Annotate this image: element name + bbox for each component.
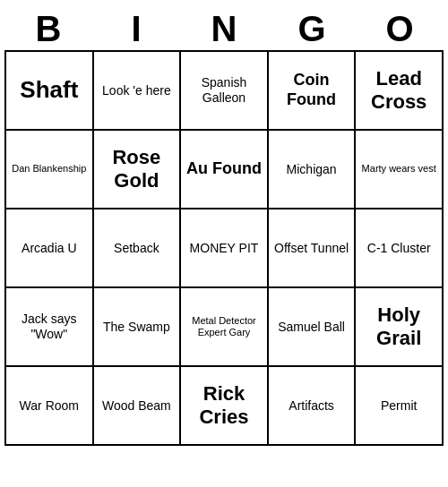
header-letter: B <box>4 7 92 50</box>
bingo-cell[interactable]: Au Found <box>181 131 269 209</box>
bingo-cell[interactable]: Offset Tunnel <box>269 209 357 288</box>
cell-text: Setback <box>114 241 159 256</box>
cell-text: Holy Grail <box>359 303 438 351</box>
cell-text: Jack says "Wow" <box>10 312 89 342</box>
cell-text: Au Found <box>186 159 262 179</box>
bingo-cell[interactable]: Holy Grail <box>356 288 444 367</box>
bingo-cell[interactable]: Permit <box>356 367 444 446</box>
bingo-cell[interactable]: The Swamp <box>94 288 182 367</box>
bingo-cell[interactable]: C-1 Cluster <box>356 209 444 288</box>
bingo-cell[interactable]: Lead Cross <box>356 52 444 131</box>
cell-text: Samuel Ball <box>278 320 345 335</box>
bingo-cell[interactable]: Dan Blankenship <box>6 131 94 209</box>
bingo-grid: ShaftLook 'e hereSpanish GalleonCoin Fou… <box>4 50 444 446</box>
bingo-card: BINGO ShaftLook 'e hereSpanish GalleonCo… <box>4 7 444 446</box>
cell-text: Lead Cross <box>359 67 438 115</box>
bingo-cell[interactable]: Jack says "Wow" <box>6 288 94 367</box>
bingo-cell[interactable]: Michigan <box>269 131 357 209</box>
header-letter: O <box>356 7 444 50</box>
bingo-cell[interactable]: Wood Beam <box>94 367 182 446</box>
bingo-cell[interactable]: MONEY PIT <box>181 209 269 288</box>
cell-text: The Swamp <box>103 320 170 335</box>
bingo-cell[interactable]: Artifacts <box>269 367 357 446</box>
cell-text: Marty wears vest <box>362 163 436 175</box>
cell-text: Artifacts <box>289 398 334 414</box>
bingo-cell[interactable]: Coin Found <box>269 52 357 131</box>
bingo-cell[interactable]: Arcadia U <box>6 209 94 288</box>
cell-text: Metal Detector Expert Gary <box>185 315 263 338</box>
header-letter: I <box>92 7 180 50</box>
cell-text: Arcadia U <box>22 241 76 256</box>
header-letter: G <box>268 7 356 50</box>
header-letter: N <box>180 7 268 50</box>
cell-text: Coin Found <box>272 71 351 109</box>
cell-text: War Room <box>20 398 79 414</box>
bingo-cell[interactable]: Rick Cries <box>181 367 269 446</box>
cell-text: Wood Beam <box>102 398 171 414</box>
bingo-cell[interactable]: Samuel Ball <box>269 288 357 367</box>
cell-text: Look 'e here <box>102 83 171 98</box>
cell-text: MONEY PIT <box>190 241 259 256</box>
bingo-cell[interactable]: Look 'e here <box>94 52 182 131</box>
cell-text: C-1 Cluster <box>367 241 431 256</box>
cell-text: Rose Gold <box>98 146 177 193</box>
bingo-cell[interactable]: Setback <box>94 209 182 288</box>
bingo-cell[interactable]: War Room <box>6 367 94 446</box>
bingo-cell[interactable]: Marty wears vest <box>356 131 444 209</box>
bingo-cell[interactable]: Metal Detector Expert Gary <box>181 288 269 367</box>
bingo-cell[interactable]: Rose Gold <box>94 131 182 209</box>
bingo-cell[interactable]: Shaft <box>6 52 94 131</box>
bingo-cell[interactable]: Spanish Galleon <box>181 52 269 131</box>
cell-text: Permit <box>381 398 417 414</box>
cell-text: Rick Cries <box>185 382 263 430</box>
cell-text: Michigan <box>287 162 337 177</box>
cell-text: Dan Blankenship <box>12 163 86 175</box>
bingo-header: BINGO <box>4 7 444 50</box>
cell-text: Shaft <box>20 76 78 104</box>
cell-text: Offset Tunnel <box>274 241 349 256</box>
cell-text: Spanish Galleon <box>185 75 263 106</box>
